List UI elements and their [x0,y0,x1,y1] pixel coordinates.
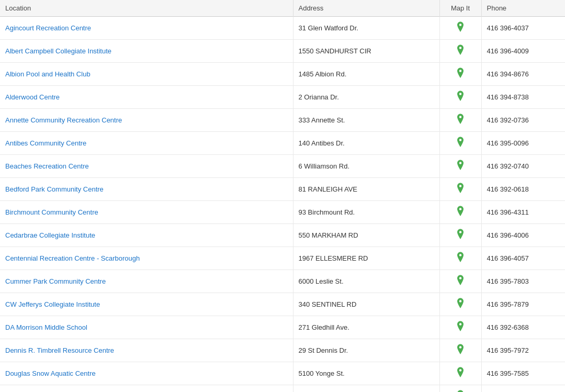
svg-point-11 [459,277,462,279]
location-link[interactable]: Cummer Park Community Centre [5,277,106,285]
address-cell: 93 Birchmount Rd. [293,201,439,224]
table-row: Cummer Park Community Centre6000 Leslie … [0,270,565,293]
location-link[interactable]: Albion Pool and Health Club [5,70,91,78]
map-pin-icon[interactable] [456,367,465,378]
location-cell: Albion Pool and Health Club [0,63,293,86]
address-cell: 29 St Dennis Dr. [293,339,439,362]
map-pin-icon[interactable] [456,137,465,148]
phone-cell: 416 395-7879 [481,293,565,316]
table-row: Albert Campbell Collegiate Institute1550… [0,40,565,63]
map-pin-icon[interactable] [456,275,465,286]
mapit-cell[interactable] [439,247,481,270]
location-cell: Centennial Recreation Centre - Scarborou… [0,247,293,270]
table-row: Centennial Recreation Centre - Scarborou… [0,247,565,270]
svg-point-10 [459,254,462,256]
map-pin-icon[interactable] [456,91,465,102]
mapit-cell[interactable] [439,155,481,178]
location-cell: Beaches Recreation Centre [0,155,293,178]
address-cell: 31 Glen Watford Dr. [293,17,439,40]
map-pin-icon[interactable] [456,390,465,392]
location-cell: Cedarbrae Collegiate Institute [0,224,293,247]
header-location: Location [0,0,293,17]
map-pin-icon[interactable] [456,160,465,171]
mapit-cell[interactable] [439,270,481,293]
location-link[interactable]: Agincourt Recreation Centre [5,24,91,32]
mapit-cell[interactable] [439,224,481,247]
svg-point-7 [459,185,462,187]
svg-point-3 [459,93,462,95]
address-cell: 1550 SANDHURST CIR [293,40,439,63]
location-cell: DA Morrison Middle School [0,316,293,339]
header-phone: Phone [481,0,565,17]
mapit-cell[interactable] [439,109,481,132]
mapit-cell[interactable] [439,339,481,362]
location-link[interactable]: Antibes Community Centre [5,139,86,147]
header-address: Address [293,0,439,17]
phone-cell: 416 394-8738 [481,86,565,109]
map-pin-icon[interactable] [456,298,465,309]
phone-cell: 416 392-0752 [481,385,565,393]
table-header-row: Location Address Map It Phone [0,0,565,17]
svg-point-6 [459,162,462,164]
phone-cell: 416 392-0736 [481,109,565,132]
address-cell: 1967 ELLESMERE RD [293,247,439,270]
mapit-cell[interactable] [439,201,481,224]
location-cell: Earl Beatty Community Centre [0,385,293,393]
location-link[interactable]: Birchmount Community Centre [5,208,98,216]
address-cell: 1485 Albion Rd. [293,63,439,86]
mapit-cell[interactable] [439,385,481,393]
location-cell: Dennis R. Timbrell Resource Centre [0,339,293,362]
mapit-cell[interactable] [439,132,481,155]
svg-point-12 [459,300,462,303]
mapit-cell[interactable] [439,17,481,40]
header-mapit: Map It [439,0,481,17]
map-pin-icon[interactable] [456,68,465,79]
location-link[interactable]: Beaches Recreation Centre [5,162,89,170]
address-cell: 6000 Leslie St. [293,270,439,293]
location-link[interactable]: Annette Community Recreation Centre [5,116,122,124]
map-pin-icon[interactable] [456,114,465,125]
address-cell: 340 SENTINEL RD [293,293,439,316]
mapit-cell[interactable] [439,86,481,109]
location-link[interactable]: Albert Campbell Collegiate Institute [5,47,111,55]
map-pin-icon[interactable] [456,21,465,33]
address-cell: 5100 Yonge St. [293,362,439,385]
mapit-cell[interactable] [439,316,481,339]
table-row: Annette Community Recreation Centre333 A… [0,109,565,132]
phone-cell: 416 395-7972 [481,339,565,362]
map-pin-icon[interactable] [456,206,465,217]
location-link[interactable]: DA Morrison Middle School [5,323,87,331]
location-link[interactable]: Cedarbrae Collegiate Institute [5,231,95,239]
map-pin-icon[interactable] [456,344,465,355]
location-link[interactable]: Alderwood Centre [5,93,60,101]
mapit-cell[interactable] [439,40,481,63]
main-container: Location Address Map It Phone Agincourt … [0,0,565,392]
location-cell: CW Jefferys Collegiate Institute [0,293,293,316]
table-row: Alderwood Centre2 Orianna Dr. 416 394-87… [0,86,565,109]
map-pin-icon[interactable] [456,229,465,240]
location-cell: Birchmount Community Centre [0,201,293,224]
table-row: Earl Beatty Community Centre455 Glebehol… [0,385,565,393]
location-link[interactable]: Dennis R. Timbrell Resource Centre [5,346,114,354]
map-pin-icon[interactable] [456,321,465,332]
location-cell: Albert Campbell Collegiate Institute [0,40,293,63]
address-cell: 2 Orianna Dr. [293,86,439,109]
location-link[interactable]: CW Jefferys Collegiate Institute [5,300,100,308]
table-row: Beaches Recreation Centre6 Williamson Rd… [0,155,565,178]
location-link[interactable]: Bedford Park Community Centre [5,185,104,193]
map-pin-icon[interactable] [456,44,465,56]
svg-point-8 [459,208,462,210]
map-pin-icon[interactable] [456,252,465,263]
svg-point-15 [459,369,462,372]
phone-cell: 416 392-0618 [481,178,565,201]
location-cell: Antibes Community Centre [0,132,293,155]
mapit-cell[interactable] [439,293,481,316]
mapit-cell[interactable] [439,362,481,385]
mapit-cell[interactable] [439,178,481,201]
location-link[interactable]: Centennial Recreation Centre - Scarborou… [5,254,140,262]
location-link[interactable]: Douglas Snow Aquatic Centre [5,369,96,377]
table-row: Agincourt Recreation Centre31 Glen Watfo… [0,17,565,40]
map-pin-icon[interactable] [456,183,465,194]
svg-point-13 [459,323,462,326]
mapit-cell[interactable] [439,63,481,86]
